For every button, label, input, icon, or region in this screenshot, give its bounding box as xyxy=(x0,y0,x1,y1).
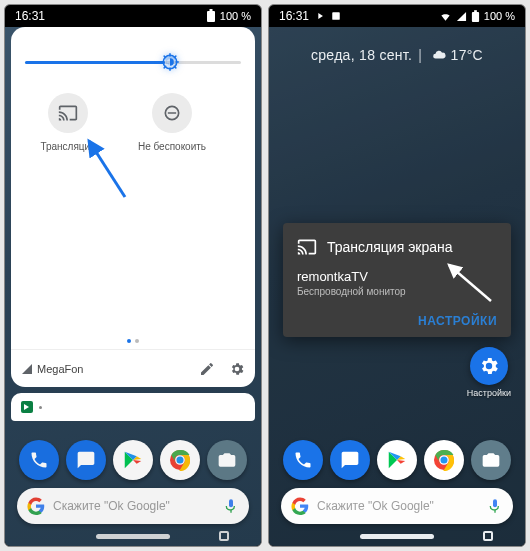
status-bar: 16:31 100 % xyxy=(269,5,525,27)
battery-percent: 100 % xyxy=(484,10,515,22)
settings-icon[interactable] xyxy=(229,361,245,377)
phone-app-icon[interactable] xyxy=(283,440,323,480)
recent-button[interactable] xyxy=(219,531,229,541)
carrier-label: MegaFon xyxy=(21,363,83,375)
wifi-icon xyxy=(439,11,452,22)
svg-rect-10 xyxy=(472,12,479,22)
dnd-tile-label: Не беспокоить xyxy=(138,141,206,152)
play-notification-icon xyxy=(21,401,33,413)
notification-bar[interactable] xyxy=(11,393,255,421)
notif-dot-icon xyxy=(39,406,42,409)
brightness-slider[interactable] xyxy=(25,51,241,75)
page-indicator xyxy=(11,339,255,343)
dnd-icon xyxy=(162,103,182,123)
device-subtitle: Беспроводной монитор xyxy=(297,286,497,297)
search-hint: Скажите "Ok Google" xyxy=(53,499,215,513)
svg-rect-9 xyxy=(332,12,340,20)
cast-tile[interactable]: Трансляция xyxy=(33,93,103,152)
status-time: 16:31 xyxy=(279,9,309,23)
phone-left: 16:31 100 % Скажите "Ok Google" xyxy=(4,4,262,547)
brightness-thumb-icon[interactable] xyxy=(161,53,179,71)
settings-shortcut-label: Настройки xyxy=(467,388,511,398)
battery-icon xyxy=(206,9,216,23)
cast-dialog: Трансляция экрана remontkaTV Беспроводно… xyxy=(283,223,511,337)
quick-settings-panel: Трансляция Не беспокоить MegaFon xyxy=(11,27,255,387)
dialog-settings-button[interactable]: НАСТРОЙКИ xyxy=(418,314,497,328)
recent-button[interactable] xyxy=(483,531,493,541)
signal-icon xyxy=(456,11,467,22)
google-g-icon xyxy=(291,497,309,515)
cast-icon xyxy=(297,237,317,257)
device-name: remontkaTV xyxy=(297,269,497,284)
messages-app-icon[interactable] xyxy=(330,440,370,480)
phone-right: 16:31 100 % среда, 18 сент.| 17°C Трансл… xyxy=(268,4,526,547)
mic-icon[interactable] xyxy=(223,498,239,514)
mic-icon[interactable] xyxy=(487,498,503,514)
battery-percent: 100 % xyxy=(220,10,251,22)
date-widget[interactable]: среда, 18 сент.| 17°C xyxy=(269,47,525,63)
play-badge-icon xyxy=(315,11,325,21)
cast-device-item[interactable]: remontkaTV Беспроводной монитор xyxy=(297,269,497,299)
status-bar: 16:31 100 % xyxy=(5,5,261,27)
playstore-app-icon[interactable] xyxy=(377,440,417,480)
dialog-title: Трансляция экрана xyxy=(327,239,453,255)
home-pill[interactable] xyxy=(96,534,170,539)
cast-icon xyxy=(58,103,78,123)
gallery-badge-icon xyxy=(331,11,341,21)
svg-rect-0 xyxy=(207,11,215,22)
google-g-icon xyxy=(27,497,45,515)
home-pill[interactable] xyxy=(360,534,434,539)
search-bar[interactable]: Скажите "Ok Google" xyxy=(17,488,249,524)
phone-app-icon[interactable] xyxy=(19,440,59,480)
search-bar[interactable]: Скажите "Ok Google" xyxy=(281,488,513,524)
dock xyxy=(269,440,525,480)
messages-app-icon[interactable] xyxy=(66,440,106,480)
signal-icon xyxy=(21,363,33,375)
chrome-app-icon[interactable] xyxy=(160,440,200,480)
nav-bar xyxy=(5,526,261,546)
camera-app-icon[interactable] xyxy=(207,440,247,480)
playstore-app-icon[interactable] xyxy=(113,440,153,480)
edit-icon[interactable] xyxy=(199,361,215,377)
wallpaper: среда, 18 сент.| 17°C Трансляция экрана … xyxy=(269,27,525,546)
cast-tile-label: Трансляция xyxy=(40,141,95,152)
nav-bar xyxy=(269,526,525,546)
chrome-app-icon[interactable] xyxy=(424,440,464,480)
settings-shortcut[interactable]: Настройки xyxy=(467,347,511,398)
camera-app-icon[interactable] xyxy=(471,440,511,480)
dock xyxy=(5,440,261,480)
dnd-tile[interactable]: Не беспокоить xyxy=(137,93,207,152)
search-hint: Скажите "Ok Google" xyxy=(317,499,479,513)
qs-footer: MegaFon xyxy=(11,349,255,387)
svg-rect-1 xyxy=(209,9,212,11)
battery-icon xyxy=(471,10,480,23)
weather-icon xyxy=(432,48,446,62)
status-time: 16:31 xyxy=(15,9,45,23)
gear-icon xyxy=(478,355,500,377)
svg-rect-11 xyxy=(474,10,477,12)
